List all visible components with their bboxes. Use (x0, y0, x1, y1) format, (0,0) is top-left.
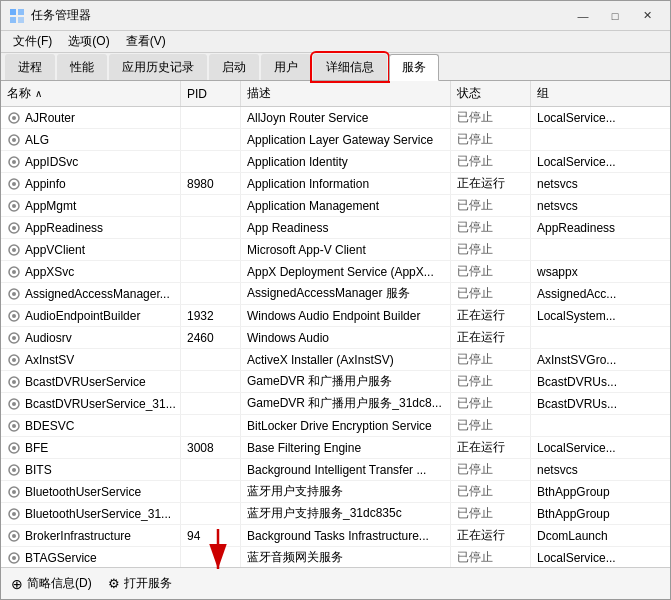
cell-status: 已停止 (451, 415, 531, 436)
cell-name: BcastDVRUserService_31... (1, 393, 181, 414)
cell-pid (181, 371, 241, 392)
menu-options[interactable]: 选项(O) (60, 31, 117, 52)
cell-pid (181, 415, 241, 436)
minimize-button[interactable]: — (568, 6, 598, 26)
cell-name: BrokerInfrastructure (1, 525, 181, 546)
table-row[interactable]: BcastDVRUserService_31... GameDVR 和广播用户服… (1, 393, 670, 415)
menu-file[interactable]: 文件(F) (5, 31, 60, 52)
svg-point-13 (12, 204, 16, 208)
col-status[interactable]: 状态 (451, 81, 531, 106)
table-row[interactable]: AssignedAccessManager... AssignedAccessM… (1, 283, 670, 305)
cell-status: 正在运行 (451, 525, 531, 546)
svg-point-25 (12, 336, 16, 340)
service-icon (7, 177, 21, 191)
service-icon (7, 397, 21, 411)
service-icon (7, 243, 21, 257)
table-header: 名称 ∧ PID 描述 状态 组 (1, 81, 670, 107)
cell-pid: 3008 (181, 437, 241, 458)
cell-desc: App Readiness (241, 217, 451, 238)
content-area: 名称 ∧ PID 描述 状态 组 AJRouter AllJo (1, 81, 670, 567)
tab-app-history[interactable]: 应用历史记录 (109, 54, 207, 80)
table-row[interactable]: AppXSvc AppX Deployment Service (AppX...… (1, 261, 670, 283)
table-row[interactable]: AudioEndpointBuilder 1932 Windows Audio … (1, 305, 670, 327)
cell-status: 正在运行 (451, 173, 531, 194)
title-bar: 任务管理器 — □ ✕ (1, 1, 670, 31)
svg-point-41 (12, 512, 16, 516)
cell-desc: 蓝牙用户支持服务 (241, 481, 451, 502)
tab-details[interactable]: 详细信息 (313, 54, 387, 80)
cell-status: 已停止 (451, 283, 531, 304)
menu-view[interactable]: 查看(V) (118, 31, 174, 52)
table-row[interactable]: AxInstSV ActiveX Installer (AxInstSV) 已停… (1, 349, 670, 371)
col-pid[interactable]: PID (181, 81, 241, 106)
cell-pid: 8980 (181, 173, 241, 194)
tab-users[interactable]: 用户 (261, 54, 311, 80)
table-row[interactable]: BluetoothUserService 蓝牙用户支持服务 已停止 BthApp… (1, 481, 670, 503)
cell-name: AJRouter (1, 107, 181, 128)
svg-point-15 (12, 226, 16, 230)
cell-group (531, 327, 651, 348)
col-group[interactable]: 组 (531, 81, 651, 106)
table-row[interactable]: ALG Application Layer Gateway Service 已停… (1, 129, 670, 151)
cell-desc: Application Information (241, 173, 451, 194)
service-icon (7, 155, 21, 169)
cell-group: AppReadiness (531, 217, 651, 238)
cell-name: BDESVC (1, 415, 181, 436)
bottom-bar: ⊕ 简略信息(D) ⚙ 打开服务 (1, 567, 670, 599)
open-service-button[interactable]: ⚙ 打开服务 (108, 575, 172, 592)
cell-group: netsvcs (531, 459, 651, 480)
table-row[interactable]: BITS Background Intelligent Transfer ...… (1, 459, 670, 481)
cell-desc: AppX Deployment Service (AppX... (241, 261, 451, 282)
cell-group: wsappx (531, 261, 651, 282)
service-icon (7, 199, 21, 213)
tab-startup[interactable]: 启动 (209, 54, 259, 80)
cell-name: AssignedAccessManager... (1, 283, 181, 304)
cell-group: LocalService... (531, 107, 651, 128)
tab-performance[interactable]: 性能 (57, 54, 107, 80)
cell-status: 已停止 (451, 481, 531, 502)
cell-status: 已停止 (451, 547, 531, 567)
cell-desc: AssignedAccessManager 服务 (241, 283, 451, 304)
svg-point-5 (12, 116, 16, 120)
service-icon (7, 133, 21, 147)
cell-pid (181, 459, 241, 480)
cell-desc: Application Management (241, 195, 451, 216)
cell-name: BFE (1, 437, 181, 458)
tab-services[interactable]: 服务 (389, 54, 439, 81)
close-button[interactable]: ✕ (632, 6, 662, 26)
tab-processes[interactable]: 进程 (5, 54, 55, 80)
cell-status: 已停止 (451, 393, 531, 414)
window-controls: — □ ✕ (568, 6, 662, 26)
cell-group: BthAppGroup (531, 481, 651, 502)
cell-desc: Background Intelligent Transfer ... (241, 459, 451, 480)
col-name[interactable]: 名称 ∧ (1, 81, 181, 106)
cell-pid (181, 503, 241, 524)
summary-button[interactable]: ⊕ 简略信息(D) (11, 575, 92, 592)
cell-pid (181, 349, 241, 370)
col-desc[interactable]: 描述 (241, 81, 451, 106)
cell-pid: 2460 (181, 327, 241, 348)
table-row[interactable]: Audiosrv 2460 Windows Audio 正在运行 (1, 327, 670, 349)
table-row[interactable]: BluetoothUserService_31... 蓝牙用户支持服务_31dc… (1, 503, 670, 525)
summary-icon: ⊕ (11, 576, 23, 592)
cell-name: BTAGService (1, 547, 181, 567)
table-row[interactable]: BDESVC BitLocker Drive Encryption Servic… (1, 415, 670, 437)
svg-point-7 (12, 138, 16, 142)
cell-status: 正在运行 (451, 305, 531, 326)
table-row[interactable]: AppReadiness App Readiness 已停止 AppReadin… (1, 217, 670, 239)
table-row[interactable]: Appinfo 8980 Application Information 正在运… (1, 173, 670, 195)
table-body[interactable]: AJRouter AllJoyn Router Service 已停止 Loca… (1, 107, 670, 567)
table-row[interactable]: AppMgmt Application Management 已停止 netsv… (1, 195, 670, 217)
table-row[interactable]: AJRouter AllJoyn Router Service 已停止 Loca… (1, 107, 670, 129)
table-row[interactable]: BrokerInfrastructure 94 Background Tasks… (1, 525, 670, 547)
table-row[interactable]: BcastDVRUserService GameDVR 和广播用户服务 已停止 … (1, 371, 670, 393)
maximize-button[interactable]: □ (600, 6, 630, 26)
table-row[interactable]: AppIDSvc Application Identity 已停止 LocalS… (1, 151, 670, 173)
cell-group: LocalService... (531, 151, 651, 172)
service-icon (7, 529, 21, 543)
cell-group (531, 415, 651, 436)
table-row[interactable]: AppVClient Microsoft App-V Client 已停止 (1, 239, 670, 261)
table-row[interactable]: BTAGService 蓝牙音频网关服务 已停止 LocalService... (1, 547, 670, 567)
cell-status: 已停止 (451, 129, 531, 150)
table-row[interactable]: BFE 3008 Base Filtering Engine 正在运行 Loca… (1, 437, 670, 459)
